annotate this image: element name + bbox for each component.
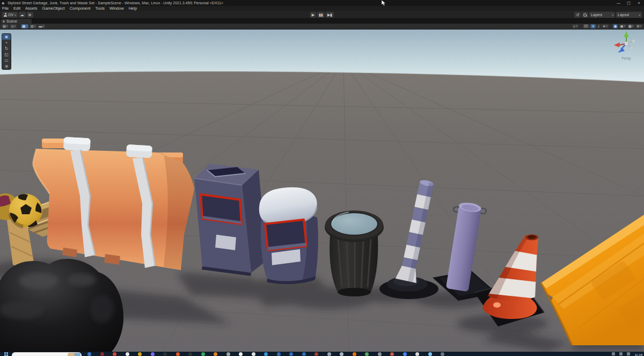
step-button[interactable]: ▶▮ (326, 12, 334, 18)
chevron-down-icon: ▾ (14, 13, 16, 17)
taskbar-app-icon[interactable] (214, 352, 217, 356)
toolbar-gap (610, 24, 612, 28)
undo-history-button[interactable]: ↺ (574, 12, 581, 18)
taskbar-app-icon[interactable] (327, 352, 331, 356)
audio-toggle[interactable]: ♪ (597, 24, 601, 28)
play-button[interactable]: ▶ (310, 12, 316, 18)
menu-component[interactable]: Component (70, 6, 91, 11)
taskbar-app-icon[interactable] (403, 352, 407, 356)
account-dropdown[interactable]: OV ▾ (2, 12, 18, 18)
rect-tool[interactable]: ▭ (2, 57, 11, 63)
menu-tools[interactable]: Tools (95, 6, 105, 11)
taskbar-app-icon[interactable] (113, 352, 116, 356)
chevron-down-icon: ▾ (34, 24, 35, 28)
settings-button[interactable]: ⊛ (27, 12, 33, 18)
orientation-gizmo[interactable]: Persp (612, 31, 641, 60)
taskbar-app-icon[interactable] (100, 352, 104, 356)
taskbar-app-icon[interactable] (314, 352, 318, 356)
taskbar-app-icon[interactable] (277, 352, 281, 356)
axis-neg-x-handle (632, 40, 635, 42)
window-controls: —▢× (613, 0, 644, 6)
taskbar-app-icon[interactable] (252, 352, 255, 356)
chevron-down-icon: ▾ (640, 24, 641, 28)
taskbar-app-icon[interactable] (163, 352, 167, 356)
move-tool[interactable]: + (2, 40, 11, 46)
menu-gameobject[interactable]: GameObject (42, 6, 65, 11)
snap-settings-dropdown-icon: ▥ (31, 24, 34, 28)
grid-visibility-dropdown[interactable]: ▦▾ (627, 24, 634, 28)
menu-assets[interactable]: Assets (25, 6, 38, 11)
taskbar-app-icon[interactable] (264, 352, 268, 356)
scale-tool[interactable]: ◱ (2, 52, 11, 57)
taskbar-app-icon[interactable] (340, 352, 343, 356)
grid-snap-dropdown[interactable]: ▦▾ (21, 24, 28, 28)
scene-visibility-toggle[interactable]: ◉ (613, 24, 618, 28)
taskbar-app-icon[interactable] (151, 352, 155, 356)
effects-dropdown[interactable]: ∗▾ (602, 24, 609, 28)
toolbar-gap (580, 24, 582, 28)
taskbar-app-icon[interactable] (428, 352, 432, 356)
pivot-dropdown[interactable]: ◎▾ (10, 24, 17, 28)
axis-neg-z-handle (631, 47, 633, 49)
scene-toolbar-left: ▤▾◎▾▦▾▥▾▬▾ (2, 24, 45, 28)
taskbar-clock[interactable]: 11:18 (634, 353, 642, 356)
scene-view-toolbar: ▤▾◎▾▦▾▥▾▬▾ ◐▾2D☀♪∗▾◉▣▾▦▾⊕▾ (0, 24, 644, 30)
taskbar-app-icon[interactable] (289, 352, 293, 356)
scene-object-trash-bin-rounded[interactable] (259, 187, 318, 284)
transform-tool[interactable]: ⊕ (2, 63, 11, 69)
taskbar-app-icon[interactable] (87, 352, 91, 356)
scene-object-trash-bin-tall[interactable] (194, 164, 267, 276)
cloud-services-button[interactable]: ☁ (19, 12, 26, 18)
snap-settings-dropdown[interactable]: ▥▾ (30, 24, 36, 28)
minimize-button[interactable]: — (613, 0, 624, 6)
menu-file[interactable]: File (2, 6, 9, 11)
taskbar-app-icon[interactable] (239, 352, 243, 356)
taskbar-app-icon[interactable] (302, 352, 306, 356)
close-button[interactable]: × (634, 0, 644, 6)
view-2d-toggle[interactable]: 2D (583, 24, 589, 28)
layout-dropdown[interactable]: Layout ▾ (616, 12, 642, 18)
camera-dropdown[interactable]: ▣▾ (619, 24, 626, 28)
scene-viewport[interactable]: ◉+↻◱▭⊕ Persp (0, 30, 644, 352)
taskbar-app-icon[interactable] (188, 352, 192, 356)
taskbar-app-icon[interactable] (201, 352, 205, 356)
search-button[interactable] (582, 12, 588, 18)
taskbar-app-icon[interactable] (226, 352, 230, 356)
maximize-button[interactable]: ▢ (624, 0, 634, 6)
tab-scene[interactable]: Scene (1, 19, 32, 24)
layers-dropdown[interactable]: Layers ▾ (589, 12, 615, 18)
menu-edit[interactable]: Edit (13, 6, 20, 11)
view-tool[interactable]: ◉ (2, 34, 11, 40)
taskbar-app-icon[interactable] (378, 352, 382, 356)
menu-window[interactable]: Window (109, 6, 124, 11)
system-tray[interactable] (612, 352, 630, 355)
taskbar-app-icon[interactable] (365, 352, 369, 356)
shading-mode-dropdown-icon: ◐ (573, 24, 575, 28)
chevron-down-icon: ▾ (612, 13, 613, 17)
shading-mode-dropdown[interactable]: ◐▾ (572, 24, 578, 28)
taskbar-app-icon[interactable] (176, 352, 180, 356)
pause-button[interactable]: ▮▮ (317, 12, 325, 18)
tool-settings-dropdown[interactable]: ▤▾ (2, 24, 9, 28)
taskbar-app-icon[interactable] (390, 352, 394, 356)
taskbar-search-box[interactable] (12, 352, 82, 356)
taskbar-app-icon[interactable] (126, 352, 129, 356)
scene-3d-view[interactable] (0, 30, 644, 352)
taskbar-app-icon[interactable] (441, 352, 444, 356)
menu-help[interactable]: Help (129, 6, 137, 11)
cloud-icon: ☁ (20, 13, 24, 17)
rotate-tool[interactable]: ↻ (2, 46, 11, 52)
measure-dropdown[interactable]: ▬▾ (38, 24, 45, 28)
gizmo-center-cube (625, 42, 628, 45)
person-icon (4, 13, 7, 17)
gizmos-dropdown[interactable]: ⊕▾ (635, 24, 642, 28)
taskbar-app-icon[interactable] (415, 352, 419, 356)
title-bar: ◆ Stylized Street Garbage, Junk, Trash a… (0, 0, 644, 6)
grid-snap-dropdown-icon: ▦ (22, 24, 25, 28)
projection-label[interactable]: Persp (612, 56, 641, 60)
lighting-toggle[interactable]: ☀ (590, 24, 596, 28)
taskbar-app-icon[interactable] (353, 352, 356, 356)
taskbar-app-icon[interactable] (138, 352, 142, 356)
chevron-down-icon: ▾ (639, 13, 640, 17)
start-button[interactable] (4, 352, 8, 356)
